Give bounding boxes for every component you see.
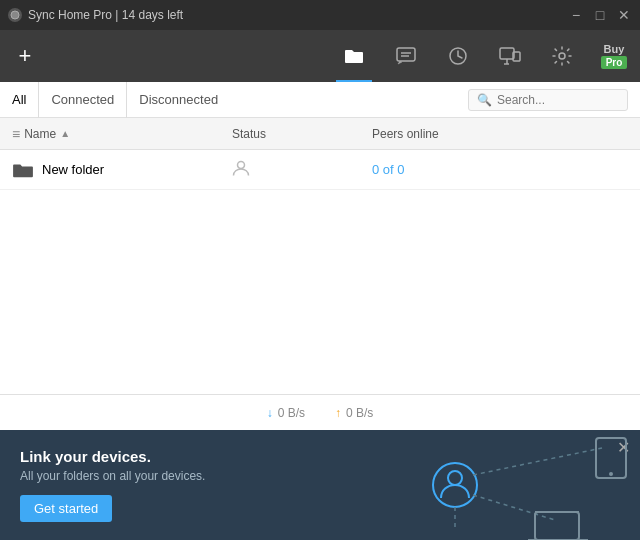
get-started-button[interactable]: Get started: [20, 495, 112, 522]
table-content: New folder 0 of 0: [0, 150, 640, 394]
col-name-header: ≡ Name ▲: [12, 126, 232, 142]
search-box: 🔍: [468, 89, 628, 111]
download-status: ↓ 0 B/s: [267, 406, 305, 420]
svg-rect-1: [397, 48, 415, 61]
maximize-button[interactable]: □: [592, 8, 608, 22]
row-status-cell: [232, 159, 372, 180]
main-content: All Connected Disconnected 🔍 ≡ Name ▲ St…: [0, 82, 640, 540]
toolbar: +: [0, 30, 640, 82]
upload-status: ↑ 0 B/s: [335, 406, 373, 420]
pro-badge: Pro: [601, 56, 628, 69]
search-input[interactable]: [497, 93, 617, 107]
search-icon: 🔍: [477, 93, 492, 107]
svg-point-0: [11, 11, 19, 19]
title-bar: Sync Home Pro | 14 days left − □ ✕: [0, 0, 640, 30]
filter-tabs: All Connected Disconnected: [12, 82, 468, 118]
row-folder-icon: [12, 161, 34, 179]
row-name-cell: New folder: [12, 161, 232, 179]
table-row[interactable]: New folder 0 of 0: [0, 150, 640, 190]
svg-point-9: [559, 53, 565, 59]
banner-subtitle: All your folders on all your devices.: [20, 469, 620, 483]
download-arrow-icon: ↓: [267, 406, 273, 420]
add-button[interactable]: +: [0, 30, 50, 82]
filter-bar: All Connected Disconnected 🔍: [0, 82, 640, 118]
status-person-icon: [232, 159, 250, 177]
filter-icon: ≡: [12, 126, 20, 142]
buy-pro-button[interactable]: Buy Pro: [588, 30, 640, 82]
toolbar-messages-button[interactable]: [380, 30, 432, 82]
col-status-header: Status: [232, 127, 372, 141]
close-button[interactable]: ✕: [616, 8, 632, 22]
tab-all[interactable]: All: [12, 82, 39, 118]
upload-arrow-icon: ↑: [335, 406, 341, 420]
row-peers-cell: 0 of 0: [372, 162, 628, 177]
app-icon: [8, 8, 22, 22]
sort-icon: ▲: [60, 128, 70, 139]
col-peers-header: Peers online: [372, 127, 628, 141]
toolbar-history-button[interactable]: [432, 30, 484, 82]
tab-disconnected[interactable]: Disconnected: [127, 82, 230, 118]
toolbar-settings-button[interactable]: [536, 30, 588, 82]
minimize-button[interactable]: −: [568, 8, 584, 22]
title-bar-text: Sync Home Pro | 14 days left: [28, 8, 183, 22]
toolbar-devices-button[interactable]: [484, 30, 536, 82]
history-icon: [448, 46, 468, 66]
devices-icon: [499, 47, 521, 65]
table-header: ≡ Name ▲ Status Peers online: [0, 118, 640, 150]
status-bar: ↓ 0 B/s ↑ 0 B/s: [0, 394, 640, 430]
svg-rect-5: [500, 48, 514, 59]
promo-banner: Link your devices. All your folders on a…: [0, 430, 640, 540]
messages-icon: [396, 47, 416, 65]
banner-text: Link your devices. All your folders on a…: [20, 448, 620, 522]
tab-connected[interactable]: Connected: [39, 82, 127, 118]
buy-label: Buy: [604, 43, 625, 55]
title-bar-controls: − □ ✕: [568, 8, 632, 22]
banner-title: Link your devices.: [20, 448, 620, 465]
folder-icon: [344, 47, 364, 65]
title-bar-left: Sync Home Pro | 14 days left: [8, 8, 183, 22]
settings-icon: [552, 46, 572, 66]
toolbar-nav: [328, 30, 588, 82]
toolbar-folders-button[interactable]: [328, 30, 380, 82]
svg-point-10: [238, 162, 245, 169]
